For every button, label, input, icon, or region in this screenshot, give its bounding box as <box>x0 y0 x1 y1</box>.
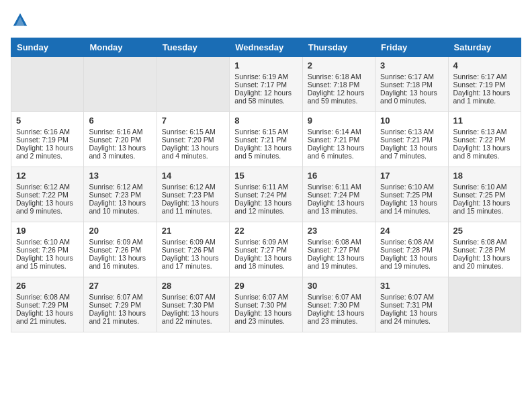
sunrise-text: Sunrise: 6:07 AM <box>234 293 288 301</box>
sunset-text: Sunset: 7:20 PM <box>89 136 141 144</box>
calendar-cell: 2 Sunrise: 6:18 AM Sunset: 7:18 PM Dayli… <box>302 57 375 112</box>
sunrise-text: Sunrise: 6:10 AM <box>380 183 434 191</box>
day-number: 18 <box>453 171 516 181</box>
daylight-text: Daylight: 13 hours and 19 minutes. <box>380 254 437 270</box>
day-number: 8 <box>234 116 297 126</box>
day-number: 4 <box>453 60 516 71</box>
sunset-text: Sunset: 7:18 PM <box>308 81 360 89</box>
daylight-text: Daylight: 13 hours and 22 minutes. <box>162 309 219 325</box>
sunrise-text: Sunrise: 6:09 AM <box>234 238 288 246</box>
daylight-text: Daylight: 13 hours and 16 minutes. <box>89 254 146 270</box>
day-number: 24 <box>380 226 443 236</box>
calendar-cell: 13 Sunrise: 6:12 AM Sunset: 7:23 PM Dayl… <box>84 167 157 222</box>
calendar-week-row: 19 Sunrise: 6:10 AM Sunset: 7:26 PM Dayl… <box>11 222 521 277</box>
sunrise-text: Sunrise: 6:16 AM <box>16 128 70 136</box>
calendar-cell: 12 Sunrise: 6:12 AM Sunset: 7:22 PM Dayl… <box>11 167 84 222</box>
sunrise-text: Sunrise: 6:08 AM <box>380 238 434 246</box>
sunrise-text: Sunrise: 6:12 AM <box>162 183 216 191</box>
calendar-cell: 25 Sunrise: 6:08 AM Sunset: 7:28 PM Dayl… <box>448 222 521 277</box>
day-number: 5 <box>16 116 79 126</box>
calendar-cell: 29 Sunrise: 6:07 AM Sunset: 7:30 PM Dayl… <box>230 277 302 332</box>
sunset-text: Sunset: 7:27 PM <box>308 246 360 254</box>
sunrise-text: Sunrise: 6:15 AM <box>162 128 216 136</box>
calendar-cell: 28 Sunrise: 6:07 AM Sunset: 7:30 PM Dayl… <box>157 277 229 332</box>
day-number: 21 <box>162 226 224 236</box>
day-number: 17 <box>380 171 443 181</box>
day-number: 1 <box>234 60 297 71</box>
daylight-text: Daylight: 13 hours and 0 minutes. <box>380 89 437 105</box>
column-header-monday: Monday <box>84 38 157 57</box>
sunrise-text: Sunrise: 6:10 AM <box>453 183 507 191</box>
sunrise-text: Sunrise: 6:18 AM <box>308 73 361 81</box>
calendar-cell: 26 Sunrise: 6:08 AM Sunset: 7:29 PM Dayl… <box>11 277 84 332</box>
day-number: 19 <box>16 226 79 236</box>
sunrise-text: Sunrise: 6:09 AM <box>89 238 142 246</box>
sunrise-text: Sunrise: 6:08 AM <box>16 293 70 301</box>
sunset-text: Sunset: 7:26 PM <box>89 246 141 254</box>
calendar-cell <box>11 57 84 112</box>
sunrise-text: Sunrise: 6:08 AM <box>453 238 507 246</box>
day-number: 6 <box>89 116 151 126</box>
calendar-cell: 22 Sunrise: 6:09 AM Sunset: 7:27 PM Dayl… <box>230 222 302 277</box>
day-number: 27 <box>89 281 151 291</box>
calendar-table: SundayMondayTuesdayWednesdayThursdayFrid… <box>11 38 521 332</box>
sunset-text: Sunset: 7:21 PM <box>308 136 360 144</box>
day-number: 31 <box>380 281 443 291</box>
daylight-text: Daylight: 13 hours and 23 minutes. <box>308 309 365 325</box>
sunrise-text: Sunrise: 6:12 AM <box>16 183 70 191</box>
sunrise-text: Sunrise: 6:16 AM <box>89 128 142 136</box>
sunset-text: Sunset: 7:24 PM <box>308 191 360 199</box>
daylight-text: Daylight: 13 hours and 15 minutes. <box>453 199 511 215</box>
day-number: 20 <box>89 226 151 236</box>
sunrise-text: Sunrise: 6:12 AM <box>89 183 142 191</box>
sunrise-text: Sunrise: 6:17 AM <box>380 73 434 81</box>
day-number: 25 <box>453 226 516 236</box>
sunset-text: Sunset: 7:22 PM <box>453 136 506 144</box>
sunset-text: Sunset: 7:30 PM <box>162 301 214 309</box>
sunset-text: Sunset: 7:29 PM <box>16 301 69 309</box>
calendar-cell: 31 Sunrise: 6:07 AM Sunset: 7:31 PM Dayl… <box>375 277 448 332</box>
sunset-text: Sunset: 7:25 PM <box>380 191 433 199</box>
sunset-text: Sunset: 7:28 PM <box>453 246 506 254</box>
calendar-cell: 23 Sunrise: 6:08 AM Sunset: 7:27 PM Dayl… <box>302 222 375 277</box>
calendar-cell <box>448 277 521 332</box>
sunrise-text: Sunrise: 6:10 AM <box>16 238 70 246</box>
sunrise-text: Sunrise: 6:07 AM <box>89 293 142 301</box>
calendar-cell <box>157 57 229 112</box>
day-number: 30 <box>308 281 370 291</box>
calendar-week-row: 5 Sunrise: 6:16 AM Sunset: 7:19 PM Dayli… <box>11 112 521 167</box>
logo-icon <box>11 11 30 30</box>
daylight-text: Daylight: 13 hours and 19 minutes. <box>308 254 365 270</box>
calendar-week-row: 1 Sunrise: 6:19 AM Sunset: 7:17 PM Dayli… <box>11 57 521 112</box>
calendar-cell: 18 Sunrise: 6:10 AM Sunset: 7:25 PM Dayl… <box>448 167 521 222</box>
page-header <box>11 11 521 30</box>
sunrise-text: Sunrise: 6:13 AM <box>453 128 507 136</box>
sunset-text: Sunset: 7:22 PM <box>16 191 69 199</box>
sunrise-text: Sunrise: 6:09 AM <box>162 238 216 246</box>
day-number: 23 <box>308 226 370 236</box>
daylight-text: Daylight: 13 hours and 23 minutes. <box>234 309 292 325</box>
calendar-week-row: 26 Sunrise: 6:08 AM Sunset: 7:29 PM Dayl… <box>11 277 521 332</box>
sunrise-text: Sunrise: 6:11 AM <box>234 183 288 191</box>
sunset-text: Sunset: 7:19 PM <box>16 136 69 144</box>
calendar-cell: 17 Sunrise: 6:10 AM Sunset: 7:25 PM Dayl… <box>375 167 448 222</box>
day-number: 13 <box>89 171 151 181</box>
day-number: 29 <box>234 281 297 291</box>
day-number: 22 <box>234 226 297 236</box>
daylight-text: Daylight: 13 hours and 12 minutes. <box>234 199 292 215</box>
day-number: 28 <box>162 281 224 291</box>
day-number: 14 <box>162 171 224 181</box>
daylight-text: Daylight: 13 hours and 2 minutes. <box>16 144 73 160</box>
sunset-text: Sunset: 7:21 PM <box>234 136 287 144</box>
sunset-text: Sunset: 7:19 PM <box>453 81 506 89</box>
column-header-tuesday: Tuesday <box>157 38 229 57</box>
day-number: 15 <box>234 171 297 181</box>
daylight-text: Daylight: 13 hours and 5 minutes. <box>234 144 292 160</box>
calendar-cell: 4 Sunrise: 6:17 AM Sunset: 7:19 PM Dayli… <box>448 57 521 112</box>
calendar-cell: 3 Sunrise: 6:17 AM Sunset: 7:18 PM Dayli… <box>375 57 448 112</box>
calendar-cell: 8 Sunrise: 6:15 AM Sunset: 7:21 PM Dayli… <box>230 112 302 167</box>
sunrise-text: Sunrise: 6:14 AM <box>308 128 361 136</box>
column-header-saturday: Saturday <box>448 38 521 57</box>
sunset-text: Sunset: 7:18 PM <box>380 81 433 89</box>
calendar-cell: 9 Sunrise: 6:14 AM Sunset: 7:21 PM Dayli… <box>302 112 375 167</box>
